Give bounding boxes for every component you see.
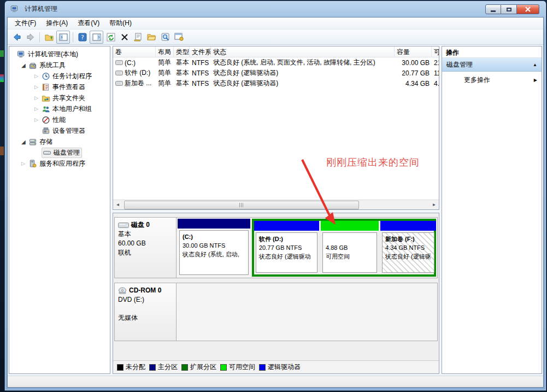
partition-f-selected[interactable]: 新加卷 (F:) 4.34 GB NTFS 状态良好 (逻辑驱 xyxy=(380,221,436,274)
column-header-volume[interactable]: 卷 xyxy=(113,46,156,57)
volume-row-d[interactable]: 软件 (D:) 简单 基本 NTFS 状态良好 (逻辑驱动器) 20.77 GB… xyxy=(113,68,439,78)
partition-d[interactable]: 软件 (D:) 20.77 GB NTFS 状态良好 (逻辑驱动 xyxy=(254,221,319,274)
column-header-type[interactable]: 类型 xyxy=(174,46,190,57)
console-tree-toggle-button[interactable] xyxy=(56,31,70,44)
forward-button[interactable] xyxy=(24,31,37,43)
forward-icon xyxy=(26,33,35,42)
menu-action[interactable]: 操作(A) xyxy=(41,17,73,29)
volume-list-header: 卷 布局 类型 文件系统 状态 容量 可 xyxy=(113,46,439,57)
legend-logical-drive: 逻辑驱动器 xyxy=(259,362,301,372)
close-button[interactable] xyxy=(517,4,539,14)
menu-file[interactable]: 文件(F) xyxy=(10,17,41,29)
selected-tree-item[interactable]: 磁盘管理 xyxy=(42,148,82,158)
menu-bar: 文件(F) 操作(A) 查看(V) 帮助(H) xyxy=(8,17,543,30)
disk-management-icon xyxy=(43,149,51,157)
primary-partition-bar xyxy=(178,219,250,229)
maximize-button[interactable] xyxy=(501,4,517,14)
column-header-free[interactable]: 可 xyxy=(432,46,439,57)
open-folder-icon xyxy=(147,33,156,41)
collapsed-arrow-icon[interactable]: ▷ xyxy=(34,117,42,122)
expanded-arrow-icon[interactable]: ◢ xyxy=(21,62,28,68)
new-window-button[interactable] xyxy=(173,31,185,43)
legend-swatch xyxy=(259,364,266,371)
scrollbar-thumb[interactable] xyxy=(124,201,359,209)
column-header-layout[interactable]: 布局 xyxy=(156,46,174,57)
title-bar[interactable]: 计算机管理 xyxy=(5,1,546,17)
event-viewer-icon xyxy=(42,83,50,91)
free-space-bar xyxy=(321,221,379,231)
help-icon: ? xyxy=(78,33,87,42)
volume-row-f[interactable]: 新加卷 ... 简单 基本 NTFS 状态良好 (逻辑驱动器) 4.34 GB … xyxy=(113,78,439,89)
disk-graphical-view: 磁盘 0 基本 60.00 GB 联机 (C:) 30 xyxy=(113,213,439,374)
scroll-right-button[interactable]: ► xyxy=(430,200,439,209)
tree-item-disk-management[interactable]: 磁盘管理 xyxy=(9,147,110,158)
delete-icon xyxy=(121,33,128,41)
column-header-filesystem[interactable]: 文件系统 xyxy=(190,46,211,57)
desktop: 计算机管理 文件(F) 操作(A) 查看(V) 帮助(H) xyxy=(0,0,547,392)
free-space-segment[interactable]: 4.88 GB 可用空间 xyxy=(321,221,379,274)
tree-item-system-tools[interactable]: ◢ 系统工具 xyxy=(9,60,110,71)
computer-icon xyxy=(17,50,26,58)
column-header-capacity[interactable]: 容量 xyxy=(395,46,432,57)
cdrom-status: 无媒体 xyxy=(118,313,174,323)
submenu-arrow-icon: ▶ xyxy=(534,78,537,83)
system-tools-icon xyxy=(28,61,37,69)
tree-item-services-applications[interactable]: ▷ 服务和应用程序 xyxy=(9,158,110,169)
disk-status: 联机 xyxy=(118,248,174,258)
tree-item-computer-management[interactable]: 计算机管理(本地) xyxy=(9,49,110,60)
device-manager-icon xyxy=(42,127,50,135)
collapsed-arrow-icon[interactable]: ▷ xyxy=(21,161,28,166)
expanded-arrow-icon[interactable]: ◢ xyxy=(21,139,28,145)
collapse-arrow-icon[interactable]: ▲ xyxy=(533,62,537,67)
tree-label: 事件查看器 xyxy=(52,83,85,92)
partition-legend: 未分配 主分区 扩展分区 可用空间 逻辑驱动器 xyxy=(113,360,439,373)
volume-row-c[interactable]: (C:) 简单 基本 NTFS 状态良好 (系统, 启动, 页面文件, 活动, … xyxy=(113,57,439,68)
delete-button[interactable] xyxy=(118,31,131,43)
cdrom-media: DVD (E:) xyxy=(118,295,174,305)
properties-button[interactable] xyxy=(132,31,144,43)
services-icon xyxy=(28,160,37,168)
menu-help[interactable]: 帮助(H) xyxy=(104,17,137,29)
actions-group-disk-management[interactable]: 磁盘管理 ▲ xyxy=(442,58,542,72)
minimize-button[interactable] xyxy=(485,4,501,14)
tree-item-device-manager[interactable]: 设备管理器 xyxy=(9,125,110,136)
refresh-button[interactable] xyxy=(104,31,117,43)
extended-partition-group: 软件 (D:) 20.77 GB NTFS 状态良好 (逻辑驱动 xyxy=(252,219,436,277)
tree-item-performance[interactable]: ▷ 性能 xyxy=(9,114,110,125)
legend-swatch xyxy=(220,364,227,371)
console-tree: 计算机管理(本地) ◢ 系统工具 ▷ 任务计划程序 ▷ xyxy=(9,46,110,374)
collapsed-arrow-icon[interactable]: ▷ xyxy=(34,84,42,90)
tree-label: 服务和应用程序 xyxy=(39,159,85,168)
tree-item-storage[interactable]: ◢ 存储 xyxy=(9,136,110,147)
tree-item-event-viewer[interactable]: ▷ 事件查看器 xyxy=(9,81,110,92)
search-button[interactable] xyxy=(159,31,172,43)
action-pane-toggle-button[interactable] xyxy=(90,31,103,44)
folder-up-button[interactable] xyxy=(43,31,55,43)
legend-primary-partition: 主分区 xyxy=(149,362,178,372)
menu-view[interactable]: 查看(V) xyxy=(73,17,104,29)
legend-swatch xyxy=(117,364,123,371)
horizontal-scrollbar[interactable]: ◄ ► xyxy=(113,200,439,209)
refresh-icon xyxy=(107,33,115,42)
legend-unallocated: 未分配 xyxy=(117,362,145,372)
cdrom-0-label[interactable]: CD-ROM 0 DVD (E:) 无媒体 xyxy=(115,283,177,341)
scroll-left-button[interactable]: ◄ xyxy=(113,200,122,209)
collapsed-arrow-icon[interactable]: ▷ xyxy=(34,106,42,112)
tree-item-local-users-groups[interactable]: ▷ 本地用户和组 xyxy=(9,103,110,114)
disk-0-label[interactable]: 磁盘 0 基本 60.00 GB 联机 xyxy=(115,218,177,278)
tree-item-shared-folders[interactable]: ▷ 共享文件夹 xyxy=(9,92,110,103)
column-header-status[interactable]: 状态 xyxy=(211,46,395,57)
collapsed-arrow-icon[interactable]: ▷ xyxy=(34,73,42,79)
disk-size: 60.00 GB xyxy=(118,239,174,248)
status-bar xyxy=(8,376,543,387)
collapsed-arrow-icon[interactable]: ▷ xyxy=(34,95,42,101)
console-tree-toggle-icon xyxy=(59,33,68,41)
partition-c[interactable]: (C:) 30.00 GB NTFS 状态良好 (系统, 启动, xyxy=(178,219,250,277)
open-folder-button[interactable] xyxy=(145,31,158,43)
help-button[interactable]: ? xyxy=(76,31,89,43)
back-button[interactable] xyxy=(10,31,23,43)
more-actions-item[interactable]: 更多操作 ▶ xyxy=(442,72,542,88)
tree-item-task-scheduler[interactable]: ▷ 任务计划程序 xyxy=(9,71,110,81)
desktop-edge-icon xyxy=(0,74,4,82)
shared-folders-icon xyxy=(42,94,50,102)
